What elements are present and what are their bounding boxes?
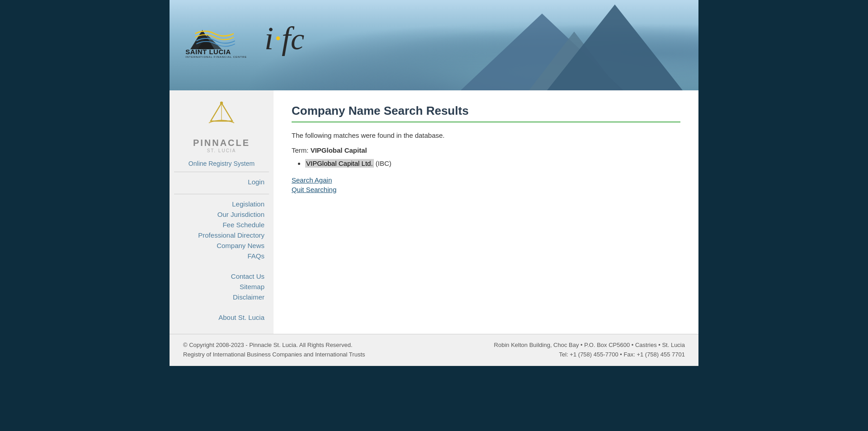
- sidebar-item-faqs[interactable]: FAQs: [174, 251, 269, 261]
- login-link[interactable]: Login: [174, 177, 269, 187]
- ifc-text-logo: i·fc: [264, 22, 304, 55]
- search-again-link[interactable]: Search Again: [292, 176, 680, 184]
- footer: © Copyright 2008-2023 - Pinnacle St. Luc…: [170, 334, 698, 366]
- result-item: VIPGlobal Capital Ltd. (IBC): [305, 159, 680, 167]
- sidebar-item-professional-directory[interactable]: Professional Directory: [174, 230, 269, 240]
- term-label: Term:: [292, 146, 309, 154]
- sidebar-nav-section: Legislation Our Jurisdiction Fee Schedul…: [174, 199, 269, 261]
- header-banner: SAINT LUCIA INTERNATIONAL FINANCIAL CENT…: [170, 0, 698, 90]
- header-logo-area: SAINT LUCIA INTERNATIONAL FINANCIAL CENT…: [183, 9, 304, 68]
- footer-address: Robin Kelton Building, Choc Bay • P.O. B…: [494, 341, 685, 350]
- sidebar-login-section: Login: [174, 177, 269, 187]
- sidebar-divider-mid: [174, 194, 269, 194]
- main-content: PINNACLE ST. LUCIA Online Registry Syste…: [170, 90, 698, 334]
- sidebar-item-our-jurisdiction[interactable]: Our Jurisdiction: [174, 209, 269, 220]
- sidebar-secondary-section: Contact Us Sitemap Disclaimer: [174, 271, 269, 302]
- sidebar-about-section: About St. Lucia: [174, 312, 269, 323]
- sidebar-item-legislation[interactable]: Legislation: [174, 199, 269, 209]
- sidebar-item-contact-us[interactable]: Contact Us: [174, 271, 269, 281]
- sidebar-item-disclaimer[interactable]: Disclaimer: [174, 292, 269, 302]
- mountain-right-icon: [547, 5, 683, 90]
- sidebar-item-fee-schedule[interactable]: Fee Schedule: [174, 220, 269, 230]
- sidebar-item-company-news[interactable]: Company News: [174, 240, 269, 251]
- svg-text:SAINT LUCIA: SAINT LUCIA: [185, 48, 231, 56]
- footer-contact: Tel: +1 (758) 455-7700 • Fax: +1 (758) 4…: [494, 350, 685, 360]
- ifc-dot: ·: [274, 20, 282, 56]
- pinnacle-logo-icon: [199, 99, 244, 136]
- pinnacle-wordmark: PINNACLE ST. LUCIA: [193, 138, 250, 153]
- slifc-logo-icon: SAINT LUCIA INTERNATIONAL FINANCIAL CENT…: [183, 9, 255, 68]
- footer-registry-text: Registry of International Business Compa…: [183, 350, 365, 360]
- svg-text:INTERNATIONAL FINANCIAL CENTRE: INTERNATIONAL FINANCIAL CENTRE: [185, 56, 247, 58]
- content-divider: [292, 122, 680, 122]
- result-intro-text: The following matches were found in the …: [292, 131, 680, 139]
- content-area: Company Name Search Results The followin…: [274, 90, 698, 334]
- result-company-name-link[interactable]: VIPGlobal Capital Ltd.: [305, 159, 374, 168]
- search-term-value: VIPGlobal Capital: [311, 146, 367, 154]
- action-links: Search Again Quit Searching: [292, 176, 680, 193]
- result-company-type: (IBC): [376, 159, 392, 167]
- sidebar: PINNACLE ST. LUCIA Online Registry Syste…: [170, 90, 274, 334]
- sidebar-item-sitemap[interactable]: Sitemap: [174, 281, 269, 292]
- page-title: Company Name Search Results: [292, 104, 680, 118]
- quit-searching-link[interactable]: Quit Searching: [292, 186, 680, 193]
- result-list: VIPGlobal Capital Ltd. (IBC): [292, 159, 680, 167]
- sidebar-system-label: Online Registry System: [189, 160, 255, 167]
- search-term-line: Term: VIPGlobal Capital: [292, 146, 680, 154]
- page-wrapper: SAINT LUCIA INTERNATIONAL FINANCIAL CENT…: [170, 0, 698, 366]
- sidebar-logo-area: PINNACLE ST. LUCIA: [193, 99, 250, 153]
- footer-left: © Copyright 2008-2023 - Pinnacle St. Luc…: [183, 341, 365, 360]
- sidebar-divider-top: [174, 172, 269, 172]
- footer-right: Robin Kelton Building, Choc Bay • P.O. B…: [494, 341, 685, 360]
- sidebar-item-about[interactable]: About St. Lucia: [174, 312, 269, 323]
- svg-point-2: [220, 102, 223, 104]
- footer-copyright: © Copyright 2008-2023 - Pinnacle St. Luc…: [183, 341, 365, 350]
